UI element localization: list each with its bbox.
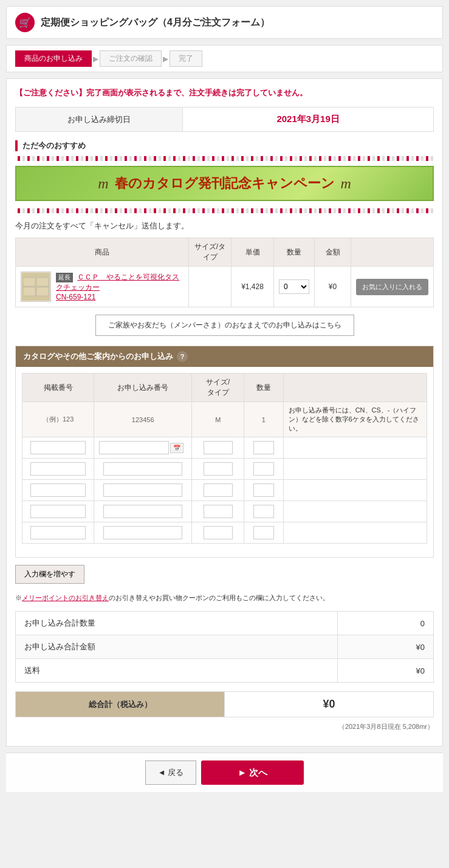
step-complete: 完了 [170, 50, 202, 67]
size-input-1[interactable] [204, 441, 233, 454]
cat-col-note [283, 374, 427, 402]
summary-label-1: お申し込み合計数量 [16, 612, 338, 635]
summary-label-3: 送料 [16, 659, 338, 683]
product-link[interactable]: ＣＣＰ やることを可視化タスクチェッカー CN-659-121 [56, 273, 179, 301]
input-qty-1 [244, 437, 283, 459]
merry-link[interactable]: メリーポイントのお引き替え [22, 594, 109, 601]
catalog-example-row: （例）123 123456 M 1 お申し込み番号には、CN、CS、-（ハイフン… [22, 402, 427, 437]
steps-bar: 商品のお申し込み ▶ ご注文の確認 ▶ 完了 [6, 45, 443, 72]
step-order: 商品のお申し込み [15, 50, 92, 67]
product-size [189, 267, 231, 307]
input-listing-1 [22, 437, 94, 459]
product-amount: ¥0 [315, 267, 351, 307]
example-qty: 1 [244, 402, 283, 437]
catalog-section-header: カタログやその他ご案内からのお申し込み ? [16, 346, 433, 367]
add-to-favorites-button[interactable]: お気に入りに入れる [356, 279, 428, 295]
deadline-value: 2021年3月19日 [183, 108, 434, 132]
svg-rect-1 [23, 278, 35, 286]
product-tag: 延長 [56, 273, 73, 282]
col-product: 商品 [16, 238, 189, 267]
summary-value-2: ¥0 [338, 635, 434, 659]
total-table: 総合計（税込み） ¥0 [15, 691, 434, 717]
add-row-wrapper: 入力欄を増やす [15, 565, 434, 589]
example-note: お申し込み番号には、CN、CS、-（ハイフン）などを除く数字6ケタを入力してくだ… [283, 402, 427, 437]
input-size-1 [192, 437, 244, 459]
order-input-1[interactable] [99, 441, 169, 454]
col-size: サイズ/タイプ [189, 238, 231, 267]
main-content: 【ご注意ください】完了画面が表示されるまで、注文手続きは完了していません。 お申… [6, 78, 443, 747]
page-title: 定期便ショッピングバッグ（4月分ご注文フォーム） [41, 16, 270, 29]
campaign-text: 春のカタログ発刊記念キャンペーン [115, 174, 335, 193]
qty-input-2[interactable] [253, 462, 273, 476]
banner-deco-left: m [98, 176, 108, 192]
input-note-1 [283, 437, 427, 459]
catalog-help-icon[interactable]: ? [177, 351, 188, 362]
summary-label-2: お申し込み合計金額 [16, 635, 338, 659]
qty-input-5[interactable] [253, 526, 273, 539]
catalog-input-row-3 [22, 480, 427, 501]
back-button[interactable]: ◄ 戻る [145, 760, 196, 785]
summary-row-3: 送料 ¥0 [16, 659, 434, 683]
footer-nav: ◄ 戻る ► 次へ [6, 753, 443, 792]
listing-input-4[interactable] [30, 505, 86, 518]
product-price: ¥1,428 [231, 267, 274, 307]
cat-col-qty: 数量 [244, 374, 283, 402]
qty-input-1[interactable] [253, 441, 273, 454]
step-arrow-2: ▶ [163, 55, 168, 63]
next-button[interactable]: ► 次へ [201, 760, 304, 785]
input-order-1: 📅 [94, 437, 191, 458]
svg-rect-2 [36, 278, 49, 286]
add-row-button[interactable]: 入力欄を増やす [15, 565, 84, 584]
summary-table: お申し込み合計数量 0 お申し込み合計金額 ¥0 送料 ¥0 [15, 611, 434, 683]
cat-col-order: お申し込み番号 [94, 374, 192, 402]
listing-input-3[interactable] [30, 484, 86, 497]
qty-input-3[interactable] [253, 484, 273, 497]
summary-value-3: ¥0 [338, 659, 434, 683]
banner-wave-top [15, 156, 434, 161]
catalog-section-label: カタログやその他ご案内からのお申し込み [23, 351, 173, 362]
example-listing: （例）123 [22, 402, 94, 437]
step-confirm: ご注文の確認 [100, 50, 162, 67]
listing-input-2[interactable] [30, 462, 86, 476]
shopping-cart-icon: 🛒 [15, 13, 35, 32]
table-row: 延長 ＣＣＰ やることを可視化タスクチェッカー CN-659-121 ¥1,42… [16, 267, 434, 307]
summary-row-1: お申し込み合計数量 0 [16, 612, 434, 635]
col-price: 単価 [231, 238, 274, 267]
catalog-input-row-4 [22, 501, 427, 522]
catalog-input-row-1: 📅 [22, 437, 427, 459]
svg-rect-0 [22, 273, 50, 301]
example-size: M [192, 402, 244, 437]
order-input-5[interactable] [103, 526, 182, 539]
order-input-4[interactable] [103, 505, 182, 518]
campaign-banner: m 春のカタログ発刊記念キャンペーン m [15, 166, 434, 201]
total-label: 総合計（税込み） [16, 692, 225, 717]
family-order-button[interactable]: ご家族やお友だち（メンバーさま）のおなまえでのお申し込みはこちら [95, 315, 354, 336]
summary-row-2: お申し込み合計金額 ¥0 [16, 635, 434, 659]
col-amount: 金額 [315, 238, 351, 267]
total-value: ¥0 [225, 692, 434, 717]
step-arrow-1: ▶ [93, 55, 98, 63]
campaign-banner-wrapper: m 春のカタログ発刊記念キャンペーン m [15, 156, 434, 213]
products-table: 商品 サイズ/タイプ 単価 数量 金額 [15, 238, 434, 307]
order-input-2[interactable] [103, 462, 182, 476]
size-input-2[interactable] [204, 462, 233, 476]
deadline-label: お申し込み締切日 [16, 108, 183, 132]
product-qty-cell: 0 1 2 3 [274, 267, 315, 307]
size-input-5[interactable] [204, 526, 233, 539]
listing-input-5[interactable] [30, 526, 86, 539]
deadline-table: お申し込み締切日 2021年3月19日 [15, 107, 434, 132]
qty-input-4[interactable] [253, 505, 273, 518]
listing-input-1[interactable] [30, 441, 86, 454]
merry-note: ※メリーポイントのお引き替えのお引き替えやお買い物クーポンのご利用もこの欄に入力… [15, 593, 434, 603]
calendar-button-1[interactable]: 📅 [170, 443, 183, 453]
quantity-select[interactable]: 0 1 2 3 [279, 279, 309, 294]
size-input-3[interactable] [204, 484, 233, 497]
svg-rect-3 [23, 287, 35, 296]
summary-value-1: 0 [338, 612, 434, 635]
svg-rect-4 [36, 287, 49, 296]
points-note: （2021年3月8日現在 5,208mr） [15, 722, 434, 731]
size-input-4[interactable] [204, 505, 233, 518]
catalog-section-wrapper: カタログやその他ご案内からのお申し込み ? 掲載番号 お申し込み番号 サイズ/タ… [15, 346, 434, 558]
order-input-3[interactable] [103, 484, 182, 497]
col-action [351, 238, 434, 267]
